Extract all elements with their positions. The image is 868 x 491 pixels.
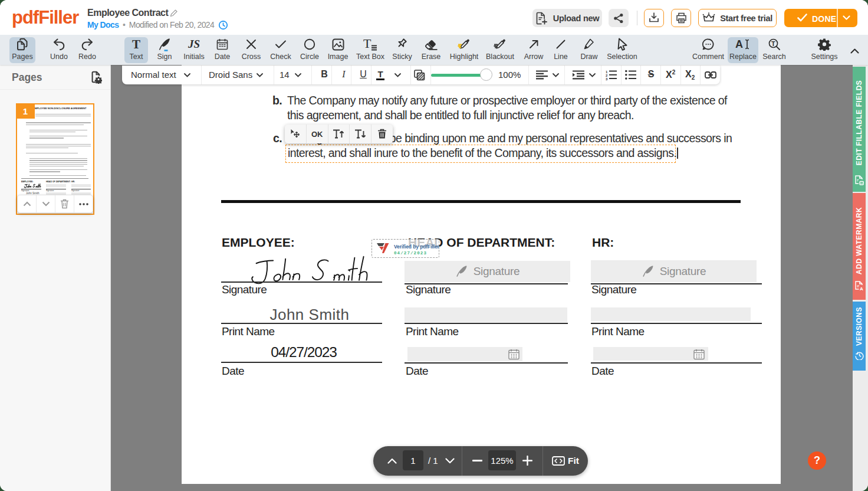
svg-text:T: T	[771, 40, 775, 47]
svg-text:A: A	[735, 38, 743, 50]
svg-text:T: T	[363, 38, 371, 51]
svg-text:3: 3	[606, 77, 608, 80]
svg-text:A: A	[860, 286, 863, 291]
